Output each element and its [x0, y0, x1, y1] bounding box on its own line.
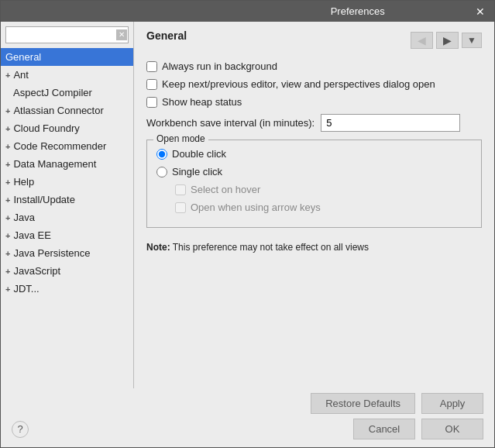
sidebar-item-javaee[interactable]: + Java EE: [1, 226, 133, 244]
expand-icon: +: [5, 177, 10, 187]
sidebar-item-aspectj[interactable]: AspectJ Compiler: [1, 84, 133, 102]
sidebar-item-ant[interactable]: + Ant: [1, 66, 133, 84]
sidebar-item-label: Help: [13, 176, 34, 188]
sidebar-item-datamanagement[interactable]: + Data Management: [1, 155, 133, 173]
show-heap-row: Show heap status: [146, 96, 482, 108]
forward-button[interactable]: ▶: [436, 32, 459, 49]
sidebar-item-label: Data Management: [13, 158, 96, 170]
expand-icon: +: [5, 213, 10, 222]
sidebar-item-label: Code Recommender: [13, 140, 106, 152]
search-clear-button[interactable]: ✕: [116, 29, 127, 40]
always-run-row: Always run in background: [146, 60, 482, 72]
double-click-row: Double click: [156, 148, 472, 160]
open-arrow-row: Open when using arrow keys: [175, 202, 472, 213]
note-row: Note: This preference may not take effec…: [146, 242, 482, 253]
select-on-hover-row: Select on hover: [175, 184, 472, 195]
expand-icon: +: [5, 284, 10, 294]
select-on-hover-checkbox[interactable]: [175, 184, 186, 195]
dialog-footer: Restore Defaults Apply ? Cancel OK: [1, 388, 494, 447]
sidebar-item-label: JDT...: [13, 283, 39, 295]
search-container: ✕: [1, 22, 133, 48]
open-arrow-checkbox[interactable]: [175, 202, 186, 213]
expand-icon: +: [5, 160, 10, 169]
sidebar-item-java[interactable]: + Java: [1, 208, 133, 226]
sub-options: Select on hover Open when using arrow ke…: [156, 184, 472, 213]
expand-icon: +: [5, 106, 10, 115]
close-button[interactable]: ✕: [474, 6, 486, 17]
sidebar-item-coderecommender[interactable]: + Code Recommender: [1, 137, 133, 155]
sidebar-item-label: Java: [13, 212, 34, 223]
double-click-label: Double click: [172, 148, 226, 160]
apply-button[interactable]: Apply: [421, 393, 483, 414]
sidebar-item-general[interactable]: General: [1, 48, 133, 66]
expand-icon: +: [5, 195, 10, 205]
expand-icon: +: [5, 231, 10, 240]
sidebar-item-javapersistence[interactable]: + Java Persistence: [1, 244, 133, 262]
sidebar-item-label: Ant: [13, 69, 29, 81]
select-on-hover-label: Select on hover: [191, 184, 260, 195]
sidebar-item-atlassian[interactable]: + Atlassian Connector: [1, 102, 133, 119]
keep-next-checkbox[interactable]: [146, 79, 157, 90]
note-text: This preference may not take effect on a…: [170, 242, 369, 253]
expand-icon: +: [5, 249, 10, 258]
single-click-label: Single click: [172, 166, 222, 177]
back-button[interactable]: ◀: [411, 32, 433, 49]
preferences-dialog: Preferences ✕ ✕ General + Ant: [0, 0, 495, 448]
keep-next-row: Keep next/previous editor, view and pers…: [146, 78, 482, 90]
title-bar: Preferences ✕: [1, 1, 494, 22]
note-prefix: Note:: [146, 242, 170, 253]
sidebar-item-label: General: [5, 51, 41, 63]
workbench-save-row: Workbench save interval (in minutes):: [146, 114, 482, 132]
always-run-label: Always run in background: [162, 60, 277, 72]
sidebar-item-cloudfoundry[interactable]: + Cloud Foundry: [1, 119, 133, 137]
workbench-save-label: Workbench save interval (in minutes):: [146, 117, 315, 129]
workbench-save-input[interactable]: [321, 114, 460, 132]
nav-dropdown-button[interactable]: ▼: [462, 33, 482, 48]
always-run-checkbox[interactable]: [146, 61, 157, 72]
sidebar-item-javascript[interactable]: + JavaScript: [1, 262, 133, 280]
show-heap-checkbox[interactable]: [146, 97, 157, 108]
sidebar-item-label: JavaScript: [13, 265, 60, 277]
dialog-body: ✕ General + Ant AspectJ Compiler + Atlas…: [1, 22, 494, 388]
ok-button[interactable]: OK: [421, 419, 483, 439]
sidebar-item-help[interactable]: + Help: [1, 173, 133, 191]
sidebar-list: General + Ant AspectJ Compiler + Atlassi…: [1, 48, 133, 388]
sidebar-item-jdt[interactable]: + JDT...: [1, 280, 133, 298]
expand-icon: +: [5, 267, 10, 276]
keep-next-label: Keep next/previous editor, view and pers…: [162, 78, 435, 90]
expand-icon: +: [5, 142, 10, 151]
dialog-title: Preferences: [242, 5, 475, 17]
single-click-row: Single click: [156, 166, 472, 177]
cancel-button[interactable]: Cancel: [353, 419, 415, 439]
sidebar-item-label: AspectJ Compiler: [13, 87, 92, 98]
expand-icon: +: [5, 124, 10, 133]
sidebar-item-label: Java EE: [13, 229, 50, 241]
sidebar-item-label: Atlassian Connector: [13, 105, 103, 116]
search-wrapper: ✕: [5, 26, 129, 43]
sidebar-item-installupdate[interactable]: + Install/Update: [1, 191, 133, 208]
help-button[interactable]: ?: [12, 421, 29, 438]
open-mode-legend: Open mode: [153, 133, 208, 144]
single-click-radio[interactable]: [156, 167, 167, 177]
sidebar-item-label: Install/Update: [13, 194, 75, 205]
sidebar-item-label: Java Persistence: [13, 247, 90, 259]
main-content: General ◀ ▶ ▼ Always run in background K…: [134, 22, 494, 388]
expand-icon: +: [5, 71, 10, 80]
show-heap-label: Show heap status: [162, 96, 242, 108]
double-click-radio[interactable]: [156, 149, 167, 160]
open-mode-group: Open mode Double click Single click Sele…: [146, 140, 482, 228]
restore-defaults-button[interactable]: Restore Defaults: [311, 393, 415, 414]
open-arrow-label: Open when using arrow keys: [191, 202, 321, 213]
sidebar-item-label: Cloud Foundry: [13, 122, 79, 134]
sidebar: ✕ General + Ant AspectJ Compiler + Atlas…: [1, 22, 134, 388]
section-title: General: [146, 29, 187, 42]
search-input[interactable]: [5, 26, 129, 43]
